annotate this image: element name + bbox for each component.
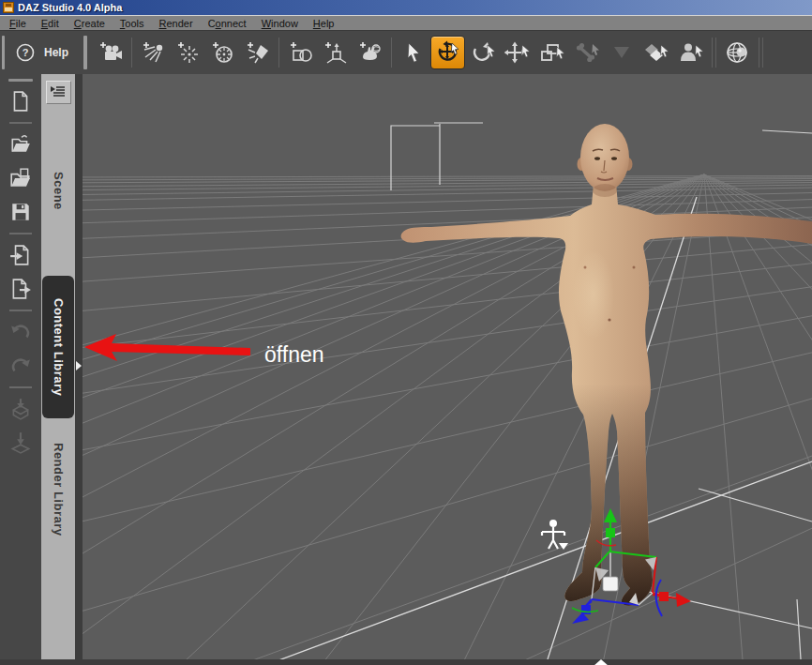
figure-selection-tool-icon — [678, 41, 704, 64]
expand-pane-arrow-icon[interactable] — [76, 361, 82, 370]
open-file-button[interactable] — [5, 128, 37, 160]
merge-file-button[interactable] — [5, 162, 37, 194]
drop-to-floor-icon — [9, 431, 32, 454]
toolbar-separator — [278, 38, 279, 68]
menu-connect[interactable]: Connect — [201, 18, 254, 29]
annotation-text: öffnen — [264, 342, 324, 367]
redo-button[interactable] — [5, 350, 37, 382]
globe-tool-button[interactable] — [720, 33, 755, 72]
new-primitive-button[interactable] — [283, 33, 318, 72]
viewport-scene: öffnen — [83, 74, 812, 659]
node-selection-tool-icon — [401, 41, 426, 64]
scale-tool-icon — [539, 41, 565, 64]
rotate-tool-icon — [470, 41, 496, 64]
save-file-icon — [9, 201, 32, 223]
separator — [9, 233, 32, 234]
file-toolbar — [0, 74, 41, 659]
tab-content-library[interactable]: Content Library — [42, 276, 74, 418]
new-dformer-icon — [358, 41, 383, 64]
undo-button[interactable] — [5, 316, 37, 348]
new-distant-light-button[interactable] — [136, 33, 171, 72]
menu-file[interactable]: File — [2, 18, 34, 29]
new-file-button[interactable] — [5, 85, 37, 117]
new-linear-point-light-button[interactable] — [240, 33, 275, 72]
toolbar-grip[interactable] — [83, 36, 87, 69]
separator — [9, 386, 32, 388]
new-null-icon — [323, 41, 348, 64]
scale-tool-button[interactable] — [534, 33, 569, 72]
gizmo-y-handle[interactable] — [606, 528, 615, 537]
viewport-background — [83, 74, 812, 659]
drop-to-floor-button[interactable] — [5, 427, 37, 459]
new-camera-button[interactable] — [93, 33, 128, 72]
joint-editor-tool-icon — [574, 41, 600, 64]
menu-tools[interactable]: Tools — [113, 18, 152, 29]
title-bar[interactable]: DAZ Studio 4.0 Alpha — [0, 0, 812, 15]
globe-icon — [725, 40, 751, 65]
menu-create[interactable]: Create — [67, 18, 113, 29]
universal-tool-icon — [436, 40, 460, 65]
pane-options-icon — [50, 85, 67, 99]
main-toolbar: ? Help — [0, 30, 812, 74]
tab-render-library[interactable]: Render Library — [42, 421, 74, 558]
toolbar-separator — [131, 38, 132, 68]
new-linear-point-light-icon — [246, 41, 270, 64]
toolbar-grip[interactable] — [2, 36, 5, 69]
save-file-button[interactable] — [5, 196, 37, 228]
menu-window[interactable]: Window — [254, 18, 306, 29]
svg-text:?: ? — [23, 47, 29, 58]
app-icon — [3, 2, 14, 13]
figure-selection-tool-button[interactable] — [673, 33, 708, 72]
frame-selection-icon — [9, 398, 32, 420]
joint-editor-tool-button[interactable] — [569, 33, 604, 72]
toolbar-separator — [759, 38, 759, 68]
tool-dropdown-button[interactable] — [604, 33, 639, 72]
pane-splitter[interactable] — [75, 74, 83, 659]
menu-edit[interactable]: Edit — [34, 18, 67, 29]
new-camera-icon — [98, 41, 123, 64]
open-file-icon — [9, 133, 32, 156]
import-file-button[interactable] — [5, 239, 37, 271]
new-spotlight-button[interactable] — [205, 33, 240, 72]
main-area: Scene Content Library Render Library — [0, 74, 812, 659]
new-file-icon — [9, 90, 32, 113]
new-point-light-icon — [176, 41, 201, 64]
window-title: DAZ Studio 4.0 Alpha — [18, 3, 122, 13]
bottom-pane-strip[interactable] — [0, 659, 812, 665]
import-file-icon — [9, 244, 32, 266]
help-label: Help — [44, 46, 68, 59]
node-selection-tool-button[interactable] — [396, 33, 430, 72]
new-dformer-button[interactable] — [353, 33, 387, 72]
export-file-icon — [9, 278, 32, 300]
dropdown-arrow-icon — [610, 42, 633, 63]
side-tab-strip: Scene Content Library Render Library — [41, 74, 75, 659]
surface-selection-tool-icon — [643, 41, 669, 64]
export-file-button[interactable] — [5, 273, 37, 305]
pane-options-button[interactable] — [46, 81, 71, 104]
file-toolbar-grip[interactable] — [8, 79, 33, 82]
gizmo-center-handle[interactable] — [603, 577, 618, 591]
translate-tool-icon — [504, 41, 531, 64]
new-primitive-icon — [289, 41, 313, 64]
frame-selection-button[interactable] — [5, 393, 37, 425]
gizmo-x-handle[interactable] — [659, 592, 669, 601]
universal-tool-button[interactable] — [430, 36, 465, 69]
new-point-light-button[interactable] — [171, 33, 205, 72]
tab-scene[interactable]: Scene — [42, 108, 74, 273]
surface-selection-tool-button[interactable] — [639, 33, 673, 72]
figure-head — [580, 124, 629, 191]
menu-help[interactable]: Help — [306, 18, 342, 29]
new-spotlight-icon — [211, 41, 235, 64]
expand-bottom-pane-icon[interactable] — [594, 659, 609, 665]
new-distant-light-icon — [142, 41, 166, 64]
undo-icon — [9, 321, 32, 343]
viewport-3d[interactable]: öffnen — [83, 74, 812, 659]
menu-render[interactable]: Render — [152, 18, 201, 29]
translate-tool-button[interactable] — [500, 33, 534, 72]
merge-file-icon — [9, 167, 32, 189]
toolbar-separator — [391, 38, 392, 68]
rotate-tool-button[interactable] — [465, 33, 500, 72]
gizmo-z-handle[interactable] — [581, 605, 591, 614]
help-button[interactable]: ? Help — [9, 34, 78, 71]
new-null-button[interactable] — [318, 33, 353, 72]
